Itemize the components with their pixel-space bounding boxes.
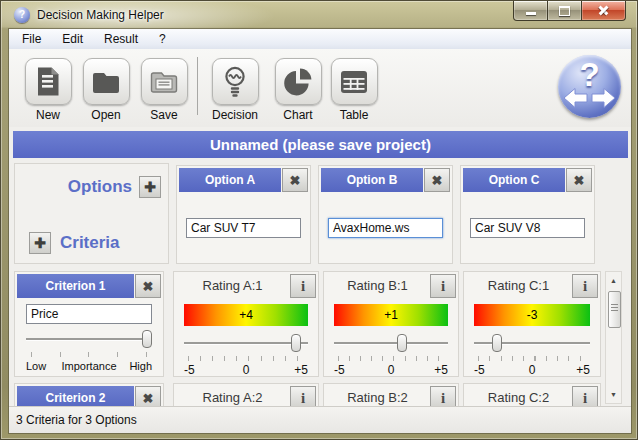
slider-thumb[interactable] (397, 334, 407, 352)
rating-a1-info-button[interactable]: i (290, 274, 316, 298)
menu-edit[interactable]: Edit (57, 30, 93, 48)
slider-track (334, 342, 448, 344)
option-c-close-button[interactable]: ✖ (566, 168, 592, 192)
open-button[interactable]: Open (79, 58, 133, 122)
minimize-button[interactable] (513, 1, 548, 21)
rating-c1-gradient-bar: -3 (474, 304, 590, 326)
scroll-up-button[interactable]: ▲ (606, 273, 621, 288)
slider-thumb[interactable] (291, 334, 301, 352)
chart-label: Chart (271, 108, 325, 122)
rating-b1-header: Rating B:1 (326, 274, 429, 298)
rating-c2-header: Rating C:2 (466, 386, 571, 406)
ratings-scrollbar[interactable]: ▲ ▼ (605, 271, 622, 404)
rating-a2-header: Rating A:2 (176, 386, 289, 406)
add-criterion-button[interactable]: ✚ (29, 232, 51, 254)
table-icon (340, 70, 368, 94)
scale-mid-label: 0 (388, 363, 395, 377)
rating-c1-info-button[interactable]: i (572, 274, 598, 298)
scale-mid-label: 0 (243, 363, 250, 377)
rating-b1-card: Rating B:1 i +1 -5 0 +5 (323, 271, 459, 377)
option-b-header: Option B (321, 168, 423, 192)
rating-a2-card: Rating A:2 i (173, 383, 319, 406)
menu-help[interactable]: ? (154, 30, 176, 48)
scrollbar-thumb[interactable] (608, 291, 621, 328)
slider-thumb[interactable] (492, 334, 502, 352)
slider-thumb[interactable] (142, 330, 152, 348)
rating-b2-header: Rating B:2 (326, 386, 429, 406)
scroll-down-button[interactable]: ▼ (606, 387, 621, 402)
rating-a1-header: Rating A:1 (176, 274, 289, 298)
option-c-card: Option C ✖ (460, 165, 595, 264)
option-a-header: Option A (179, 168, 281, 192)
chart-button[interactable]: Chart (271, 58, 325, 122)
rating-c1-slider[interactable] (474, 334, 590, 352)
option-a-card: Option A ✖ (176, 165, 311, 264)
rating-c2-info-button[interactable]: i (572, 386, 598, 406)
new-label: New (21, 108, 75, 122)
criterion-1-header: Criterion 1 (17, 274, 134, 298)
importance-high-label: High (129, 360, 152, 372)
rating-c2-card: Rating C:2 i (463, 383, 601, 406)
project-title-banner: Unnamed (please save project) (13, 131, 628, 158)
slider-ticks (188, 356, 309, 361)
rating-b1-slider[interactable] (334, 334, 448, 352)
maximize-button[interactable] (548, 1, 581, 21)
option-a-name-input[interactable] (186, 218, 301, 238)
rating-b2-info-button[interactable]: i (430, 386, 456, 406)
criterion-2-header: Criterion 2 (17, 386, 134, 406)
scale-max-label: +5 (294, 363, 308, 377)
minimize-icon (526, 12, 536, 15)
importance-label: Importance (61, 360, 116, 372)
open-label: Open (79, 108, 133, 122)
rating-b1-info-button[interactable]: i (430, 274, 456, 298)
save-icon (150, 70, 178, 94)
window-title: Decision Making Helper (37, 8, 164, 22)
pie-chart-icon (283, 67, 313, 97)
menu-result[interactable]: Result (99, 30, 148, 48)
scale-min-label: -5 (184, 363, 195, 377)
options-label: Options (68, 177, 132, 197)
menu-file[interactable]: File (17, 30, 51, 48)
options-criteria-panel: Options ✚ ✚ Criteria (14, 163, 169, 264)
rating-c1-card: Rating C:1 i -3 -5 0 +5 (463, 271, 601, 377)
decision-button[interactable]: Decision (204, 58, 266, 122)
scale-max-label: +5 (434, 363, 448, 377)
option-b-name-input[interactable] (328, 218, 443, 238)
toolbar-separator (197, 57, 198, 115)
importance-slider[interactable] (26, 330, 152, 348)
option-b-card: Option B ✖ (318, 165, 453, 264)
importance-low-label: Low (26, 360, 46, 372)
criterion-1-name-input[interactable] (26, 304, 152, 324)
slider-ticks (338, 356, 449, 361)
criterion-2-close-button[interactable]: ✖ (135, 386, 161, 406)
option-c-name-input[interactable] (470, 218, 585, 238)
criterion-1-card: Criterion 1 ✖ Low Importance High (14, 271, 164, 377)
new-button[interactable]: New (21, 58, 75, 122)
slider-track (26, 338, 152, 340)
rating-a2-info-button[interactable]: i (290, 386, 316, 406)
rating-a1-slider[interactable] (184, 334, 308, 352)
scale-mid-label: 0 (529, 363, 536, 377)
add-option-button[interactable]: ✚ (139, 176, 161, 198)
client-area: File Edit Result ? New (9, 29, 631, 433)
slider-ticks (478, 356, 591, 361)
slider-ticks (31, 352, 151, 357)
criterion-2-card: Criterion 2 ✖ (14, 383, 164, 406)
rating-c1-header: Rating C:1 (466, 274, 571, 298)
new-document-icon (36, 67, 60, 96)
table-button[interactable]: Table (327, 58, 381, 122)
scrollbar-grip-icon (611, 304, 618, 313)
app-window: ? Decision Making Helper File Edit Resul… (0, 0, 638, 440)
option-a-close-button[interactable]: ✖ (282, 168, 308, 192)
table-label: Table (327, 108, 381, 122)
option-b-close-button[interactable]: ✖ (424, 168, 450, 192)
toolbar: New Open Sa (9, 49, 631, 127)
criterion-1-close-button[interactable]: ✖ (135, 274, 161, 298)
status-bar: 3 Criteria for 3 Options (9, 406, 631, 433)
title-bar[interactable]: ? Decision Making Helper (1, 1, 637, 29)
help-logo[interactable]: ? (558, 55, 621, 118)
decision-label: Decision (204, 108, 266, 122)
close-button[interactable] (581, 1, 626, 21)
save-button[interactable]: Save (137, 58, 191, 122)
rating-a1-gradient-bar: +4 (184, 304, 308, 326)
